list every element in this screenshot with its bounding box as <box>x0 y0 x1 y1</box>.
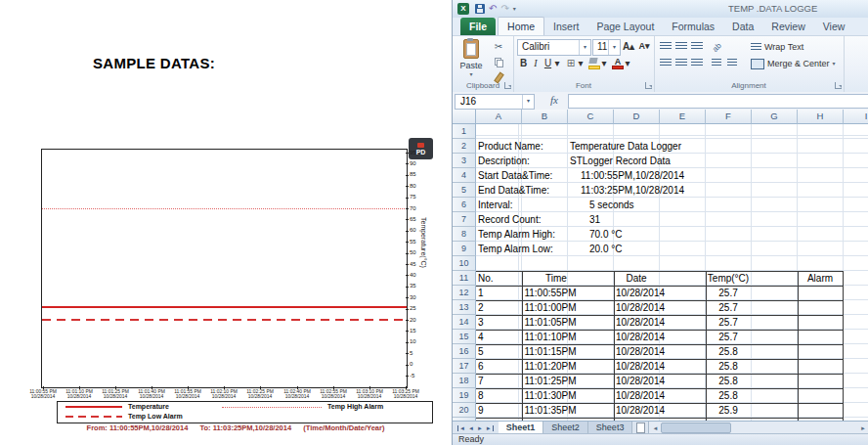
first-sheet-icon[interactable]: ◄ <box>457 425 465 431</box>
row-header-4[interactable]: 4 <box>453 168 476 183</box>
alignment-dialog-launcher-icon[interactable] <box>835 82 842 89</box>
italic-button[interactable]: I <box>530 56 542 70</box>
cell-A5-label[interactable]: End Data&Time: <box>478 185 549 196</box>
row-header-3[interactable]: 3 <box>453 154 476 168</box>
last-sheet-icon[interactable]: ► <box>486 425 494 431</box>
prev-sheet-icon[interactable]: ◄ <box>468 425 474 431</box>
record-date[interactable]: 10/28/2014 <box>616 405 665 416</box>
redo-icon[interactable]: ↷ <box>500 4 508 14</box>
font-name-select[interactable]: Calibri ▾ <box>517 39 591 56</box>
ribbon-tab-review[interactable]: Review <box>762 18 813 35</box>
column-header-a[interactable]: A <box>476 110 522 124</box>
column-header-b[interactable]: B <box>522 110 568 124</box>
row-header-9[interactable]: 9 <box>453 242 476 256</box>
font-size-dropdown-icon[interactable]: ▾ <box>608 40 620 55</box>
align-left-button[interactable] <box>658 57 673 71</box>
ribbon-tab-data[interactable]: Data <box>723 18 762 35</box>
cell-C8-value[interactable]: 70.0 °C <box>589 229 622 240</box>
record-no[interactable]: 1 <box>478 288 484 298</box>
record-no[interactable]: 5 <box>478 346 484 357</box>
grow-font-button[interactable]: A▴ <box>621 39 636 54</box>
qat-dropdown-icon[interactable]: ▾ <box>513 5 516 13</box>
column-header-g[interactable]: G <box>752 110 798 124</box>
record-date[interactable]: 10/28/2014 <box>616 390 665 401</box>
clipboard-dialog-launcher-icon[interactable] <box>504 82 511 89</box>
record-no[interactable]: 7 <box>478 376 484 386</box>
formula-input[interactable] <box>568 94 868 109</box>
record-time[interactable]: 11:01:30PM <box>524 390 576 401</box>
align-top-button[interactable] <box>658 40 673 55</box>
font-size-select[interactable]: 11 ▾ <box>592 39 621 56</box>
scrollbar-thumb[interactable] <box>661 423 731 433</box>
cell-A6-label[interactable]: Interval: <box>478 200 513 210</box>
record-date[interactable]: 10/28/2014 <box>616 346 665 357</box>
row-header-11[interactable]: 11 <box>453 271 476 286</box>
column-header-c[interactable]: C <box>568 110 614 124</box>
scroll-left-icon[interactable]: ◄ <box>649 425 661 431</box>
record-time[interactable]: 11:01:10PM <box>524 332 576 342</box>
font-color-button[interactable]: A <box>612 57 624 69</box>
record-date[interactable]: 10/28/2014 <box>616 376 665 386</box>
record-temp[interactable]: 25.8 <box>718 390 737 401</box>
record-time[interactable]: 11:01:15PM <box>524 346 576 357</box>
row-header-12[interactable]: 12 <box>453 286 476 300</box>
paste-dropdown-icon[interactable]: ▾ <box>456 70 486 78</box>
table-header-date[interactable]: Date <box>626 273 646 284</box>
cell-A7-label[interactable]: Record Count: <box>478 214 541 225</box>
row-header-16[interactable]: 16 <box>453 344 476 359</box>
cell-C5-value[interactable]: 11:03:25PM,10/28/2014 <box>581 185 684 196</box>
cell-A4-label[interactable]: Start Data&Time: <box>478 170 552 181</box>
save-icon[interactable] <box>475 4 485 14</box>
align-middle-button[interactable] <box>673 40 688 55</box>
row-header-8[interactable]: 8 <box>453 227 476 242</box>
cell-A3-label[interactable]: Description: <box>478 156 530 166</box>
cell-C2-value[interactable]: Temperature Data Logger <box>570 141 681 152</box>
record-time[interactable]: 11:01:25PM <box>524 376 576 386</box>
record-temp[interactable]: 25.8 <box>718 346 737 357</box>
record-no[interactable]: 6 <box>478 361 484 372</box>
ribbon-tab-view[interactable]: View <box>814 18 854 35</box>
record-no[interactable]: 3 <box>478 317 484 328</box>
row-header-6[interactable]: 6 <box>453 198 476 212</box>
copy-button[interactable] <box>490 56 507 68</box>
row-header-14[interactable]: 14 <box>453 315 476 330</box>
row-header-17[interactable]: 17 <box>453 359 476 374</box>
decrease-indent-button[interactable] <box>709 57 723 71</box>
record-time[interactable]: 11:01:00PM <box>524 302 576 313</box>
merge-center-button[interactable]: Merge & Center ▾ <box>748 56 839 71</box>
next-sheet-icon[interactable]: ► <box>477 425 483 431</box>
fill-color-button[interactable] <box>588 57 600 69</box>
record-date[interactable]: 10/28/2014 <box>616 361 665 372</box>
cell-C4-value[interactable]: 11:00:55PM,10/28/2014 <box>581 170 684 181</box>
row-header-1[interactable]: 1 <box>453 124 476 139</box>
row-header-10[interactable]: 10 <box>453 256 476 271</box>
column-header-e[interactable]: E <box>660 110 706 124</box>
scroll-right-icon[interactable]: ► <box>857 425 868 431</box>
align-center-button[interactable] <box>673 57 688 71</box>
cell-C7-value[interactable]: 31 <box>589 214 600 225</box>
ribbon-tab-formulas[interactable]: Formulas <box>663 18 723 35</box>
record-temp[interactable]: 25.9 <box>718 405 737 416</box>
record-time[interactable]: 11:00:55PM <box>524 288 576 298</box>
record-temp[interactable]: 25.7 <box>718 317 737 328</box>
record-no[interactable]: 8 <box>478 390 484 401</box>
cut-button[interactable]: ✂ <box>490 40 507 53</box>
column-header-d[interactable]: D <box>614 110 660 124</box>
table-header-no[interactable]: No. <box>478 273 494 284</box>
record-no[interactable]: 9 <box>478 405 484 416</box>
record-date[interactable]: 10/28/2014 <box>616 317 665 328</box>
cell-A2-label[interactable]: Product Name: <box>478 141 543 152</box>
row-header-18[interactable]: 18 <box>453 374 476 388</box>
row-header-15[interactable]: 15 <box>453 330 476 344</box>
fill-color-dropdown-icon[interactable]: ▾ <box>600 56 608 70</box>
record-temp[interactable]: 25.7 <box>718 288 737 298</box>
name-box[interactable]: J16 ▾ <box>455 94 535 110</box>
ribbon-tab-home[interactable]: Home <box>498 17 544 35</box>
align-bottom-button[interactable] <box>689 40 704 55</box>
row-header-7[interactable]: 7 <box>453 212 476 227</box>
cell-C9-value[interactable]: 20.0 °C <box>589 244 622 254</box>
orientation-button[interactable]: ab <box>709 39 724 54</box>
table-header-time[interactable]: Time <box>545 273 567 284</box>
record-no[interactable]: 4 <box>478 332 484 342</box>
record-no[interactable]: 2 <box>478 302 484 313</box>
